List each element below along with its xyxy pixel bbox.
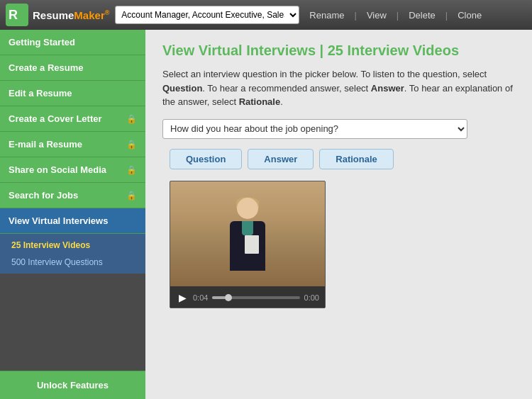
lock-icon-2: 🔒 bbox=[126, 140, 137, 150]
progress-handle bbox=[225, 294, 232, 301]
sidebar-item-share-social[interactable]: Share on Social Media 🔒 bbox=[0, 157, 145, 183]
lock-icon: 🔒 bbox=[126, 114, 137, 124]
sidebar-item-edit-resume[interactable]: Edit a Resume bbox=[0, 81, 145, 106]
lock-icon-3: 🔒 bbox=[126, 165, 137, 175]
play-button[interactable]: ▶ bbox=[176, 291, 189, 304]
progress-fill bbox=[212, 296, 225, 299]
person-paper bbox=[245, 235, 259, 254]
progress-bar[interactable] bbox=[212, 296, 299, 299]
person-figure bbox=[219, 194, 276, 286]
person-head bbox=[237, 198, 258, 219]
unlock-features-button[interactable]: Unlock Features bbox=[0, 371, 145, 399]
video-controls: ▶ 0:04 0:00 bbox=[170, 286, 325, 308]
sidebar-sub-item-questions[interactable]: 500 Interview Questions bbox=[0, 254, 145, 271]
sidebar-item-getting-started[interactable]: Getting Started bbox=[0, 30, 145, 55]
sidebar-item-search-jobs[interactable]: Search for Jobs 🔒 bbox=[0, 183, 145, 208]
resume-dropdown[interactable]: Account Manager, Account Executive, Sale… bbox=[115, 6, 299, 24]
sidebar: Getting Started Create a Resume Edit a R… bbox=[0, 30, 145, 399]
sidebar-spacer bbox=[0, 274, 145, 371]
action-buttons: Question Answer Rationale bbox=[162, 149, 515, 169]
description-text: Select an interview question in the pick… bbox=[162, 67, 515, 109]
logo-icon: R bbox=[6, 4, 28, 26]
clone-button[interactable]: Clone bbox=[453, 9, 486, 22]
logo: R ResumeMaker® bbox=[6, 4, 109, 26]
sidebar-sub-item-videos[interactable]: 25 Interview Videos bbox=[0, 237, 145, 254]
main-layout: Getting Started Create a Resume Edit a R… bbox=[0, 30, 532, 399]
rationale-button[interactable]: Rationale bbox=[319, 149, 394, 169]
sidebar-item-view-interviews[interactable]: View Virtual Interviews bbox=[0, 208, 145, 234]
delete-button[interactable]: Delete bbox=[404, 9, 440, 22]
video-thumbnail bbox=[170, 181, 325, 286]
sidebar-item-create-cover-letter[interactable]: Create a Cover Letter 🔒 bbox=[0, 106, 145, 132]
current-time: 0:04 bbox=[193, 293, 208, 302]
sidebar-item-email-resume[interactable]: E-mail a Resume 🔒 bbox=[0, 132, 145, 157]
answer-button[interactable]: Answer bbox=[248, 149, 314, 169]
page-title: View Virtual Interviews | 25 Interview V… bbox=[162, 43, 515, 59]
main-content: View Virtual Interviews | 25 Interview V… bbox=[145, 30, 532, 399]
video-duration: 0:00 bbox=[304, 293, 319, 302]
logo-text: ResumeMaker® bbox=[33, 9, 109, 21]
video-player: ▶ 0:04 0:00 bbox=[170, 181, 326, 308]
view-button[interactable]: View bbox=[362, 9, 391, 22]
question-picker[interactable]: How did you hear about the job opening? bbox=[162, 119, 467, 139]
question-button[interactable]: Question bbox=[170, 149, 242, 169]
rename-button[interactable]: Rename bbox=[305, 9, 348, 22]
svg-text:R: R bbox=[9, 8, 18, 22]
sidebar-item-create-resume[interactable]: Create a Resume bbox=[0, 55, 145, 81]
person-collar bbox=[242, 221, 253, 235]
lock-icon-4: 🔒 bbox=[126, 191, 137, 201]
app-header: R ResumeMaker® Account Manager, Account … bbox=[0, 0, 532, 30]
sidebar-sub-interviews: 25 Interview Videos 500 Interview Questi… bbox=[0, 234, 145, 274]
